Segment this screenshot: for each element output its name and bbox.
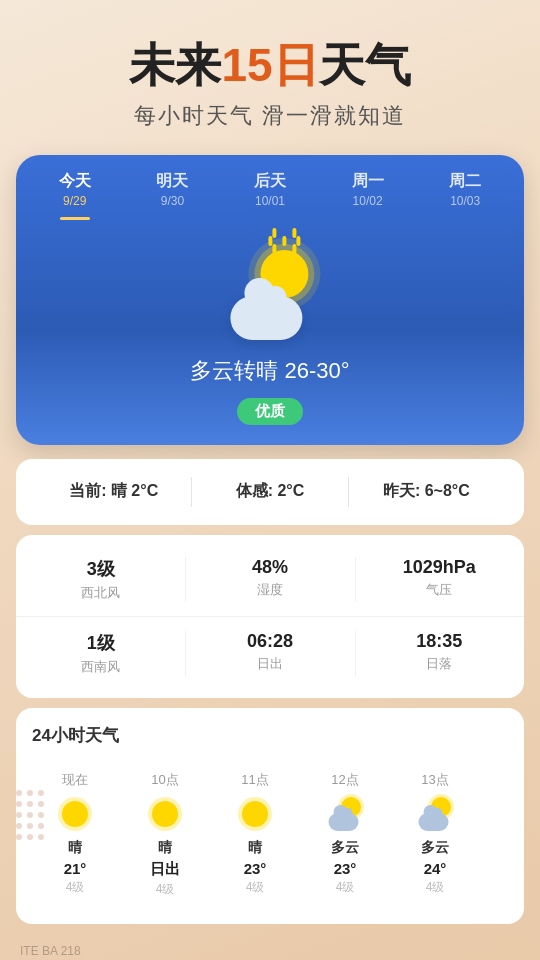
hour-temp-0: 21° — [38, 860, 112, 877]
weather-icon — [215, 250, 325, 340]
info-sunrise: 06:28 日出 — [185, 617, 354, 690]
tab-tomorrow-label: 明天 — [128, 171, 218, 192]
hour-level-2: 4级 — [218, 879, 292, 896]
sunrise-value: 06:28 — [195, 631, 344, 652]
sunny-icon — [152, 801, 178, 827]
hour-label-4: 13点 — [398, 771, 472, 789]
header-title: 未来15日天气 — [20, 40, 520, 91]
stats-row: 当前: 晴 2°C 体感: 2°C 昨天: 6~8°C — [16, 459, 524, 525]
stat-current-value: 当前: 晴 2°C — [69, 482, 158, 499]
hour-level-3: 4级 — [308, 879, 382, 896]
sunrise-label: 日出 — [195, 655, 344, 673]
stat-current: 当前: 晴 2°C — [36, 481, 191, 502]
header-title-part1: 未来 — [129, 39, 221, 91]
hour-temp-4: 24° — [398, 860, 472, 877]
info-sunset: 18:35 日落 — [355, 617, 524, 690]
hour-icon-0 — [55, 797, 95, 831]
stat-yesterday-value: 昨天: 6~8°C — [383, 482, 470, 499]
hour-label-3: 12点 — [308, 771, 382, 789]
stat-feels-like: 体感: 2°C — [192, 481, 347, 502]
wind-sw-value: 1级 — [26, 631, 175, 655]
header-subtitle: 每小时天气 滑一滑就知道 — [20, 101, 520, 131]
pressure-value: 1029hPa — [365, 557, 514, 578]
info-pressure: 1029hPa 气压 — [355, 543, 524, 616]
tab-monday-label: 周一 — [323, 171, 413, 192]
hourly-scroll[interactable]: 现在 晴 21° 4级 10点 晴 日出 4级 11点 晴 23° — [32, 761, 508, 908]
info-row-1: 3级 西北风 48% 湿度 1029hPa 气压 — [16, 543, 524, 616]
header-title-part2: 天气 — [319, 39, 411, 91]
tab-tuesday-label: 周二 — [420, 171, 510, 192]
sunny-icon — [242, 801, 268, 827]
hour-icon-2 — [235, 797, 275, 831]
hour-label-1: 10点 — [128, 771, 202, 789]
tab-dayafter-date: 10/01 — [225, 194, 315, 208]
hour-temp-3: 23° — [308, 860, 382, 877]
info-wind-nw: 3级 西北风 — [16, 543, 185, 616]
tab-tomorrow[interactable]: 明天 9/30 — [124, 155, 222, 220]
hour-weather-3: 多云 — [308, 839, 382, 857]
tab-tomorrow-date: 9/30 — [128, 194, 218, 208]
tab-today-label: 今天 — [30, 171, 120, 192]
weather-display: 多云转晴 26-30° 优质 — [16, 220, 524, 445]
hour-weather-2: 晴 — [218, 839, 292, 857]
info-row-2: 1级 西南风 06:28 日出 18:35 日落 — [16, 616, 524, 690]
tab-today-date: 9/29 — [30, 194, 120, 208]
cloud-icon — [230, 296, 302, 340]
sunset-value: 18:35 — [365, 631, 514, 652]
info-humidity: 48% 湿度 — [185, 543, 354, 616]
hour-weather-1: 晴 — [128, 839, 202, 857]
hourly-title: 24小时天气 — [32, 724, 508, 747]
stat-feels-value: 体感: 2°C — [236, 482, 305, 499]
sunset-label: 日落 — [365, 655, 514, 673]
main-weather-card: 今天 9/29 明天 9/30 后天 10/01 周一 10/02 周二 10/… — [16, 155, 524, 445]
day-tabs: 今天 9/29 明天 9/30 后天 10/01 周一 10/02 周二 10/… — [16, 155, 524, 220]
tab-monday[interactable]: 周一 10/02 — [319, 155, 417, 220]
header: 未来15日天气 每小时天气 滑一滑就知道 — [0, 0, 540, 155]
tab-dayafter-label: 后天 — [225, 171, 315, 192]
tab-tuesday[interactable]: 周二 10/03 — [416, 155, 514, 220]
sunny-icon — [62, 801, 88, 827]
decorative-dots — [16, 790, 44, 840]
header-title-accent: 15日 — [221, 39, 318, 91]
hour-item-2: 11点 晴 23° 4级 — [212, 761, 298, 908]
hour-level-0: 4级 — [38, 879, 112, 896]
hour-item-1: 10点 晴 日出 4级 — [122, 761, 208, 908]
hour-item-4: 13点 多云 24° 4级 — [392, 761, 478, 908]
wind-nw-label: 西北风 — [26, 584, 175, 602]
wind-sw-label: 西南风 — [26, 658, 175, 676]
humidity-label: 湿度 — [195, 581, 344, 599]
hourly-section: 24小时天气 现在 晴 21° 4级 10点 晴 日出 4级 11点 — [16, 708, 524, 924]
weather-description: 多云转晴 26-30° — [36, 356, 504, 386]
tab-monday-date: 10/02 — [323, 194, 413, 208]
stat-yesterday: 昨天: 6~8°C — [349, 481, 504, 502]
hour-level-4: 4级 — [398, 879, 472, 896]
hour-temp-1: 日出 — [128, 860, 202, 879]
watermark: ITE BA 218 — [0, 934, 540, 960]
hour-level-1: 4级 — [128, 881, 202, 898]
partly-cloud-icon — [329, 813, 359, 831]
humidity-value: 48% — [195, 557, 344, 578]
hour-label-0: 现在 — [38, 771, 112, 789]
pressure-label: 气压 — [365, 581, 514, 599]
air-quality-badge: 优质 — [237, 398, 303, 425]
hour-icon-4 — [415, 797, 455, 831]
hour-icon-1 — [145, 797, 185, 831]
hour-temp-2: 23° — [218, 860, 292, 877]
hour-item-0: 现在 晴 21° 4级 — [32, 761, 118, 908]
tab-today[interactable]: 今天 9/29 — [26, 155, 124, 220]
hour-icon-3 — [325, 797, 365, 831]
info-wind-sw: 1级 西南风 — [16, 617, 185, 690]
hour-weather-0: 晴 — [38, 839, 112, 857]
partly-cloud-icon — [419, 813, 449, 831]
hour-item-3: 12点 多云 23° 4级 — [302, 761, 388, 908]
tab-tuesday-date: 10/03 — [420, 194, 510, 208]
hour-weather-4: 多云 — [398, 839, 472, 857]
info-grid: 3级 西北风 48% 湿度 1029hPa 气压 1级 西南风 06:28 日出… — [16, 535, 524, 698]
tab-day-after[interactable]: 后天 10/01 — [221, 155, 319, 220]
hour-label-2: 11点 — [218, 771, 292, 789]
wind-nw-value: 3级 — [26, 557, 175, 581]
